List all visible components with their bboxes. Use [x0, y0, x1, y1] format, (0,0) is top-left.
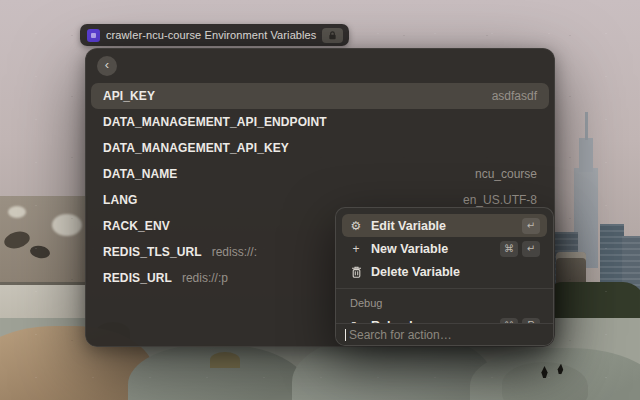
- extension-icon: [87, 29, 100, 42]
- chevron-left-icon: ‹: [105, 58, 109, 71]
- window-title: crawler-ncu-course Environment Variables: [106, 29, 316, 41]
- gear-icon: ⚙: [349, 220, 363, 232]
- command-key: ⌘: [500, 241, 518, 257]
- plus-icon: +: [349, 243, 363, 255]
- menu-item-delete-variable[interactable]: Delete Variable: [342, 260, 547, 283]
- trash-icon: [349, 266, 363, 278]
- lock-icon: [328, 31, 337, 40]
- search-placeholder: Search for action…: [349, 328, 452, 342]
- return-key: ↵: [522, 241, 540, 257]
- back-button[interactable]: ‹: [97, 56, 117, 76]
- lock-badge: [322, 28, 343, 43]
- env-row-data-management-api-endpoint[interactable]: DATA_MANAGEMENT_API_ENDPOINT: [91, 109, 549, 135]
- grass: [210, 352, 240, 368]
- env-row-api-key[interactable]: API_KEY asdfasdf: [91, 83, 549, 109]
- window-title-pill[interactable]: crawler-ncu-course Environment Variables: [80, 24, 349, 46]
- skyscraper-upper: [579, 138, 593, 172]
- window-header: ‹: [86, 49, 554, 82]
- menu-item-edit-variable[interactable]: ⚙ Edit Variable ↵: [342, 214, 547, 237]
- env-row-data-name[interactable]: DATA_NAME ncu_course: [91, 161, 549, 187]
- graffiti-mark: [8, 206, 26, 218]
- return-key: ↵: [522, 218, 540, 234]
- text-cursor: [345, 329, 346, 341]
- skyscraper-spire: [585, 112, 588, 140]
- env-row-data-management-api-key[interactable]: DATA_MANAGEMENT_API_KEY: [91, 135, 549, 161]
- graffiti-mark: [52, 214, 82, 236]
- shortcut-keys: ⌘ ↵: [500, 241, 540, 257]
- action-menu: ⚙ Edit Variable ↵ + New Variable ⌘ ↵ Del…: [335, 207, 554, 346]
- shortcut-keys: ↵: [522, 218, 540, 234]
- menu-section-debug: Debug: [336, 289, 553, 314]
- menu-item-new-variable[interactable]: + New Variable ⌘ ↵: [342, 237, 547, 260]
- action-search-input[interactable]: Search for action…: [336, 323, 553, 345]
